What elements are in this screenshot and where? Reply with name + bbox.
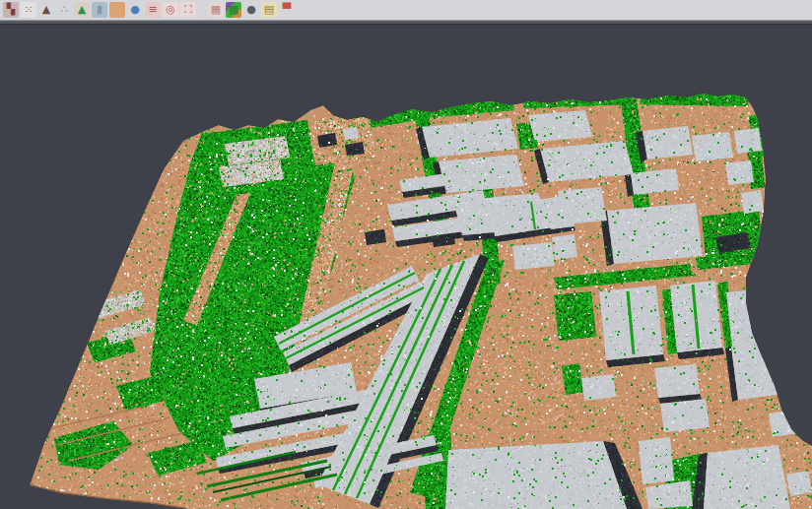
panel-icon-glyph: ▮ [92, 2, 107, 18]
target-icon-glyph: ◎ [163, 2, 178, 18]
points-small-icon-glyph: ∴ [56, 2, 72, 18]
profile-list-icon-glyph: ≡ [145, 2, 161, 18]
classification-icon[interactable]: ▩ [226, 2, 241, 18]
scatter-points-icon[interactable]: ⁙ [21, 2, 36, 18]
select-region-icon[interactable]: ⛶ [180, 2, 196, 18]
toolbar: ▚⁙▲∴▲▮●≡◎⛶▦▩●▤▀ [0, 0, 812, 21]
classification-icon-glyph: ▩ [226, 2, 241, 18]
globe-icon[interactable]: ● [127, 2, 143, 18]
viewport-3d-pointcloud[interactable] [0, 0, 812, 509]
terrain-model-icon[interactable]: ▲ [74, 2, 90, 18]
globe-icon-glyph: ● [127, 2, 143, 18]
toolbar-shadow-divider [0, 22, 812, 24]
sphere-icon-glyph: ● [243, 2, 259, 18]
application-window: ▚⁙▲∴▲▮●≡◎⛶▦▩●▤▀ [0, 0, 812, 509]
measure-icon-glyph: ▤ [261, 2, 277, 18]
mountain-icon-glyph: ▲ [38, 2, 54, 18]
target-icon[interactable]: ◎ [163, 2, 178, 18]
grid-select-icon-glyph: ▦ [208, 2, 224, 18]
flag-icon[interactable]: ▀ [279, 2, 295, 18]
points-small-icon[interactable]: ∴ [56, 2, 72, 18]
import-cloud-icon-glyph: ▚ [3, 2, 19, 18]
mountain-icon[interactable]: ▲ [38, 2, 54, 18]
import-cloud-icon[interactable]: ▚ [3, 2, 19, 18]
panel-icon[interactable]: ▮ [92, 2, 107, 18]
measure-icon[interactable]: ▤ [261, 2, 277, 18]
scatter-points-icon-glyph: ⁙ [21, 2, 36, 18]
ortho-image-icon-glyph [109, 2, 125, 18]
ortho-image-icon[interactable] [109, 2, 125, 18]
grid-select-icon[interactable]: ▦ [208, 2, 224, 18]
select-region-icon-glyph: ⛶ [180, 2, 196, 18]
flag-icon-glyph: ▀ [279, 2, 295, 18]
terrain-model-icon-glyph: ▲ [74, 2, 90, 18]
profile-list-icon[interactable]: ≡ [145, 2, 161, 18]
sphere-icon[interactable]: ● [243, 2, 259, 18]
